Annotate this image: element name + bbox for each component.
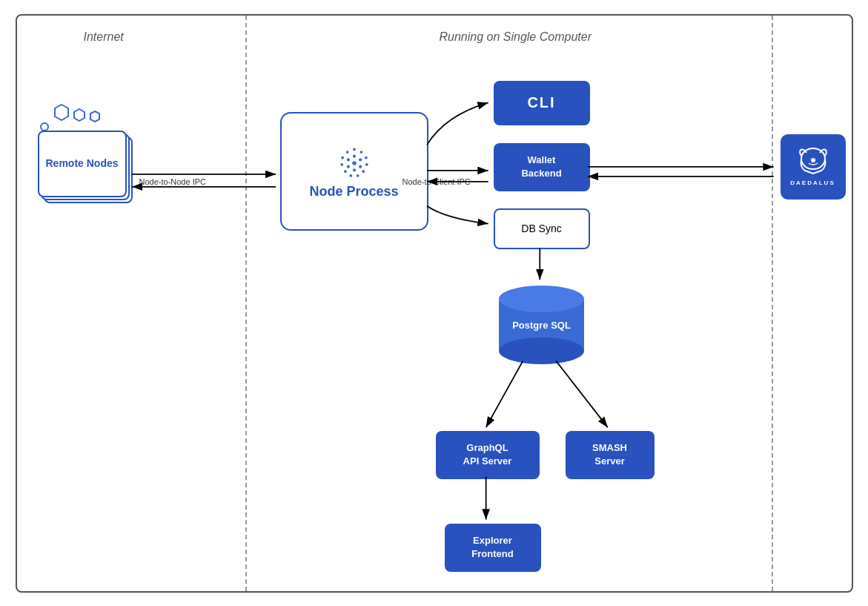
svg-marker-0	[55, 105, 68, 120]
svg-point-19	[344, 170, 347, 173]
svg-point-15	[365, 163, 368, 166]
svg-text:Postgre SQL: Postgre SQL	[512, 320, 571, 331]
daedalus-box: DAEDALUS	[781, 134, 846, 200]
svg-point-12	[353, 148, 356, 151]
node-to-client-ipc-label: Node-to-Client IPC	[402, 177, 471, 186]
wallet-backend-box: WalletBackend	[494, 143, 590, 191]
cli-box: CLI	[494, 81, 590, 125]
node-process-label: Node Process	[309, 184, 398, 200]
node-to-node-ipc-label: Node-to-Node IPC	[139, 177, 207, 186]
smash-label: SMASHServer	[592, 441, 627, 468]
svg-point-8	[359, 165, 362, 168]
postgres-cylinder: Postgre SQL	[484, 283, 599, 364]
explorer-label: ExplorerFrontend	[471, 534, 513, 561]
svg-point-20	[340, 163, 343, 166]
svg-point-7	[359, 158, 362, 161]
svg-point-14	[365, 157, 368, 159]
remote-nodes-label: Remote Nodes	[45, 157, 118, 170]
svg-point-27	[499, 337, 584, 364]
daedalus-label: DAEDALUS	[790, 180, 835, 186]
svg-point-22	[345, 151, 348, 154]
svg-point-16	[362, 170, 365, 173]
explorer-box: ExplorerFrontend	[445, 524, 541, 572]
svg-point-5	[352, 161, 357, 165]
hex-icon-1	[54, 104, 69, 121]
single-computer-label: Running on Single Computer	[440, 30, 592, 44]
svg-point-3	[41, 123, 48, 131]
smash-box: SMASHServer	[566, 431, 655, 479]
svg-point-9	[352, 168, 355, 171]
svg-point-6	[352, 155, 355, 158]
cardano-logo	[334, 142, 375, 184]
svg-point-26	[499, 286, 584, 312]
node-process-box: Node Process	[280, 112, 428, 231]
svg-point-13	[360, 151, 362, 154]
db-sync-label: DB Sync	[521, 223, 561, 234]
svg-point-18	[349, 174, 352, 177]
graphql-box: GraphQLAPI Server	[436, 431, 540, 479]
svg-point-10	[346, 165, 349, 168]
daedalus-icon	[796, 147, 830, 177]
graphql-label: GraphQLAPI Server	[463, 441, 512, 468]
hex-icon-3	[90, 111, 100, 122]
svg-point-21	[341, 157, 344, 159]
hex-icons-group	[54, 103, 100, 122]
internet-label: Internet	[84, 30, 124, 44]
svg-marker-1	[74, 109, 85, 121]
postgres-container: Postgre SQL	[484, 283, 599, 364]
wallet-backend-label: WalletBackend	[521, 154, 561, 180]
section-internet	[17, 16, 247, 591]
db-sync-box: DB Sync	[494, 208, 590, 249]
hex-icon-2	[73, 108, 85, 122]
svg-marker-2	[90, 111, 99, 122]
svg-point-17	[356, 174, 359, 177]
svg-point-11	[346, 158, 349, 161]
diagram-container: Internet Running on Single Computer Remo…	[16, 14, 853, 593]
svg-point-24	[811, 158, 815, 162]
cli-label: CLI	[527, 94, 555, 111]
